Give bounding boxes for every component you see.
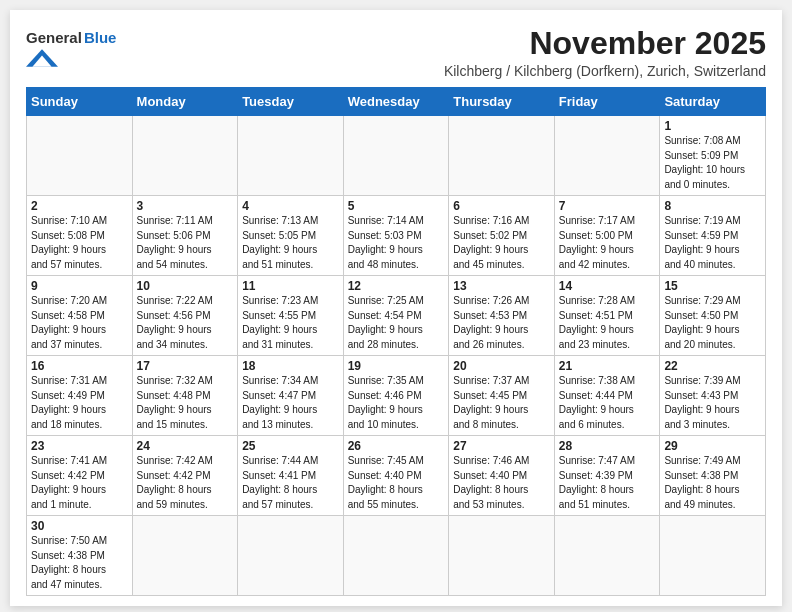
day-number: 11 [242,279,339,293]
calendar-cell: 17Sunrise: 7:32 AM Sunset: 4:48 PM Dayli… [132,356,238,436]
day-sun-info: Sunrise: 7:39 AM Sunset: 4:43 PM Dayligh… [664,374,761,432]
calendar-cell: 27Sunrise: 7:46 AM Sunset: 4:40 PM Dayli… [449,436,555,516]
week-row-5: 23Sunrise: 7:41 AM Sunset: 4:42 PM Dayli… [27,436,766,516]
calendar-cell: 7Sunrise: 7:17 AM Sunset: 5:00 PM Daylig… [554,196,660,276]
week-row-1: 1Sunrise: 7:08 AM Sunset: 5:09 PM Daylig… [27,116,766,196]
day-sun-info: Sunrise: 7:49 AM Sunset: 4:38 PM Dayligh… [664,454,761,512]
weekday-header-tuesday: Tuesday [238,88,344,116]
day-number: 21 [559,359,656,373]
calendar-cell [554,516,660,596]
day-number: 14 [559,279,656,293]
day-sun-info: Sunrise: 7:44 AM Sunset: 4:41 PM Dayligh… [242,454,339,512]
day-number: 26 [348,439,445,453]
day-sun-info: Sunrise: 7:50 AM Sunset: 4:38 PM Dayligh… [31,534,128,592]
calendar-cell: 23Sunrise: 7:41 AM Sunset: 4:42 PM Dayli… [27,436,133,516]
calendar-cell: 2Sunrise: 7:10 AM Sunset: 5:08 PM Daylig… [27,196,133,276]
calendar-table: SundayMondayTuesdayWednesdayThursdayFrid… [26,87,766,596]
day-number: 18 [242,359,339,373]
day-sun-info: Sunrise: 7:45 AM Sunset: 4:40 PM Dayligh… [348,454,445,512]
calendar-cell [449,516,555,596]
logo-text-general: General [26,30,82,47]
weekday-header-saturday: Saturday [660,88,766,116]
logo: General Blue [26,26,116,67]
day-sun-info: Sunrise: 7:41 AM Sunset: 4:42 PM Dayligh… [31,454,128,512]
day-number: 22 [664,359,761,373]
calendar-cell [660,516,766,596]
weekday-header-row: SundayMondayTuesdayWednesdayThursdayFrid… [27,88,766,116]
day-number: 20 [453,359,550,373]
calendar-cell: 29Sunrise: 7:49 AM Sunset: 4:38 PM Dayli… [660,436,766,516]
day-sun-info: Sunrise: 7:08 AM Sunset: 5:09 PM Dayligh… [664,134,761,192]
day-number: 1 [664,119,761,133]
calendar-cell: 10Sunrise: 7:22 AM Sunset: 4:56 PM Dayli… [132,276,238,356]
day-number: 23 [31,439,128,453]
weekday-header-monday: Monday [132,88,238,116]
calendar-cell [132,516,238,596]
title-block: November 2025 Kilchberg / Kilchberg (Dor… [444,26,766,79]
calendar-cell [343,516,449,596]
day-sun-info: Sunrise: 7:25 AM Sunset: 4:54 PM Dayligh… [348,294,445,352]
day-number: 16 [31,359,128,373]
calendar-cell [238,516,344,596]
day-sun-info: Sunrise: 7:16 AM Sunset: 5:02 PM Dayligh… [453,214,550,272]
calendar-cell: 15Sunrise: 7:29 AM Sunset: 4:50 PM Dayli… [660,276,766,356]
day-sun-info: Sunrise: 7:14 AM Sunset: 5:03 PM Dayligh… [348,214,445,272]
week-row-6: 30Sunrise: 7:50 AM Sunset: 4:38 PM Dayli… [27,516,766,596]
week-row-4: 16Sunrise: 7:31 AM Sunset: 4:49 PM Dayli… [27,356,766,436]
day-number: 29 [664,439,761,453]
month-year-title: November 2025 [444,26,766,61]
day-sun-info: Sunrise: 7:11 AM Sunset: 5:06 PM Dayligh… [137,214,234,272]
day-number: 25 [242,439,339,453]
calendar-cell: 22Sunrise: 7:39 AM Sunset: 4:43 PM Dayli… [660,356,766,436]
calendar-cell: 6Sunrise: 7:16 AM Sunset: 5:02 PM Daylig… [449,196,555,276]
day-number: 7 [559,199,656,213]
day-sun-info: Sunrise: 7:47 AM Sunset: 4:39 PM Dayligh… [559,454,656,512]
day-sun-info: Sunrise: 7:46 AM Sunset: 4:40 PM Dayligh… [453,454,550,512]
calendar-cell [343,116,449,196]
day-number: 15 [664,279,761,293]
calendar-cell: 9Sunrise: 7:20 AM Sunset: 4:58 PM Daylig… [27,276,133,356]
logo-triangle-icon [26,49,58,67]
week-row-2: 2Sunrise: 7:10 AM Sunset: 5:08 PM Daylig… [27,196,766,276]
day-sun-info: Sunrise: 7:13 AM Sunset: 5:05 PM Dayligh… [242,214,339,272]
day-number: 13 [453,279,550,293]
calendar-cell [449,116,555,196]
calendar-cell: 24Sunrise: 7:42 AM Sunset: 4:42 PM Dayli… [132,436,238,516]
day-number: 27 [453,439,550,453]
week-row-3: 9Sunrise: 7:20 AM Sunset: 4:58 PM Daylig… [27,276,766,356]
calendar-cell: 1Sunrise: 7:08 AM Sunset: 5:09 PM Daylig… [660,116,766,196]
calendar-cell: 19Sunrise: 7:35 AM Sunset: 4:46 PM Dayli… [343,356,449,436]
calendar-cell: 20Sunrise: 7:37 AM Sunset: 4:45 PM Dayli… [449,356,555,436]
day-number: 2 [31,199,128,213]
day-sun-info: Sunrise: 7:20 AM Sunset: 4:58 PM Dayligh… [31,294,128,352]
weekday-header-sunday: Sunday [27,88,133,116]
day-number: 30 [31,519,128,533]
day-sun-info: Sunrise: 7:34 AM Sunset: 4:47 PM Dayligh… [242,374,339,432]
day-number: 10 [137,279,234,293]
day-sun-info: Sunrise: 7:28 AM Sunset: 4:51 PM Dayligh… [559,294,656,352]
calendar-cell: 21Sunrise: 7:38 AM Sunset: 4:44 PM Dayli… [554,356,660,436]
logo-text-blue: Blue [84,30,117,47]
day-sun-info: Sunrise: 7:35 AM Sunset: 4:46 PM Dayligh… [348,374,445,432]
calendar-cell [238,116,344,196]
calendar-container: General Blue November 2025 Kilchberg / K… [10,10,782,606]
day-sun-info: Sunrise: 7:10 AM Sunset: 5:08 PM Dayligh… [31,214,128,272]
day-sun-info: Sunrise: 7:31 AM Sunset: 4:49 PM Dayligh… [31,374,128,432]
calendar-cell: 18Sunrise: 7:34 AM Sunset: 4:47 PM Dayli… [238,356,344,436]
calendar-cell [132,116,238,196]
day-sun-info: Sunrise: 7:37 AM Sunset: 4:45 PM Dayligh… [453,374,550,432]
day-sun-info: Sunrise: 7:26 AM Sunset: 4:53 PM Dayligh… [453,294,550,352]
calendar-cell [27,116,133,196]
day-sun-info: Sunrise: 7:32 AM Sunset: 4:48 PM Dayligh… [137,374,234,432]
day-number: 24 [137,439,234,453]
calendar-cell: 3Sunrise: 7:11 AM Sunset: 5:06 PM Daylig… [132,196,238,276]
location-subtitle: Kilchberg / Kilchberg (Dorfkern), Zurich… [444,63,766,79]
day-sun-info: Sunrise: 7:29 AM Sunset: 4:50 PM Dayligh… [664,294,761,352]
calendar-cell: 26Sunrise: 7:45 AM Sunset: 4:40 PM Dayli… [343,436,449,516]
day-number: 17 [137,359,234,373]
calendar-cell: 8Sunrise: 7:19 AM Sunset: 4:59 PM Daylig… [660,196,766,276]
day-sun-info: Sunrise: 7:23 AM Sunset: 4:55 PM Dayligh… [242,294,339,352]
day-sun-info: Sunrise: 7:17 AM Sunset: 5:00 PM Dayligh… [559,214,656,272]
calendar-cell [554,116,660,196]
day-sun-info: Sunrise: 7:19 AM Sunset: 4:59 PM Dayligh… [664,214,761,272]
